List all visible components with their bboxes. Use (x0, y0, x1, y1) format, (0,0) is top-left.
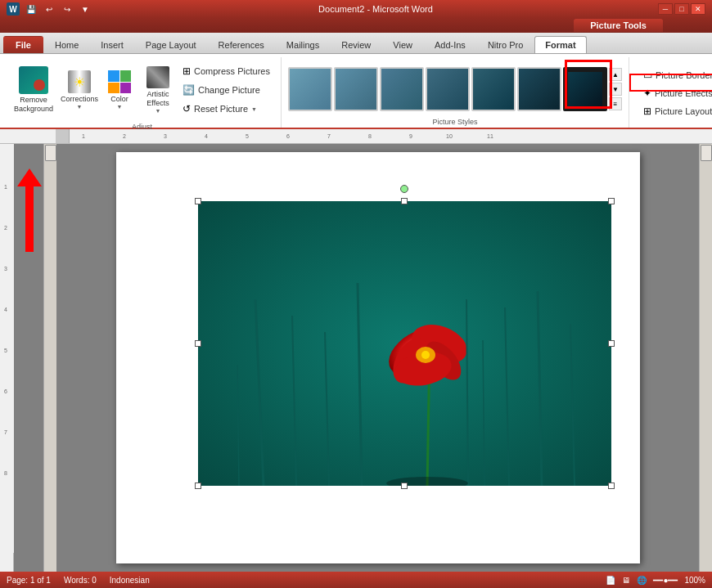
picture-layout-button[interactable]: ⊞ Picture Layout ▼ (639, 103, 712, 119)
handle-rotate[interactable] (400, 185, 408, 193)
view-fullscreen-btn[interactable]: 🖥 (622, 576, 630, 585)
page-status: Page: 1 of 1 (7, 576, 51, 585)
customize-quick-btn[interactable]: ▼ (77, 2, 93, 16)
handle-middle-right[interactable] (608, 340, 615, 347)
corrections-button[interactable]: Corrections ▼ (59, 62, 100, 118)
tab-file[interactable]: File (3, 36, 43, 53)
undo-quick-btn[interactable]: ↩ (41, 2, 57, 16)
picture-border-icon: ▭ (643, 70, 652, 81)
handle-bottom-center[interactable] (401, 483, 408, 489)
compress-pictures-button[interactable]: ⊞ Compress Pictures (178, 62, 274, 80)
zoom-level: 100% (684, 576, 705, 585)
handle-top-center[interactable] (401, 198, 408, 204)
tab-page-layout[interactable]: Page Layout (135, 36, 207, 53)
left-area (14, 144, 56, 572)
change-picture-button[interactable]: 🔄 Change Picture (178, 81, 274, 99)
svg-text:6: 6 (4, 388, 7, 394)
change-picture-icon: 🔄 (183, 84, 195, 96)
tab-add-ins[interactable]: Add-Ins (424, 36, 476, 53)
tab-mailings[interactable]: Mailings (276, 36, 330, 53)
handle-top-left[interactable] (195, 198, 201, 204)
gallery-item-1[interactable] (288, 67, 332, 111)
remove-background-button[interactable]: RemoveBackground (10, 62, 57, 118)
close-btn[interactable]: ✕ (691, 3, 705, 15)
gallery-more[interactable]: ≡ (609, 97, 622, 110)
document-area: 1 2 3 4 5 6 7 8 (0, 144, 712, 572)
remove-bg-icon (19, 66, 48, 94)
gallery-item-2[interactable] (334, 67, 378, 111)
reset-picture-dropdown: ▼ (251, 106, 257, 112)
left-arrow-annotation (17, 168, 42, 252)
compress-icon: ⊞ (183, 65, 191, 77)
svg-text:5: 5 (246, 133, 249, 139)
vertical-scrollbar[interactable] (43, 144, 56, 572)
save-quick-btn[interactable]: 💾 (23, 2, 39, 16)
gallery-item-5[interactable] (471, 67, 516, 111)
picture-border-button[interactable]: ▭ Picture Border ▼ (639, 67, 712, 83)
remove-bg-label: RemoveBackground (14, 96, 53, 114)
redo-quick-btn[interactable]: ↪ (59, 2, 75, 16)
ribbon-group-adjust: RemoveBackground Corrections ▼ Color (3, 57, 282, 128)
tab-home[interactable]: Home (44, 36, 89, 53)
language-status: Indonesian (110, 576, 150, 585)
ruler-svg: 1 2 3 4 5 6 7 8 9 10 11 (70, 129, 712, 144)
artistic-effects-button[interactable]: ArtisticEffects ▼ (139, 62, 177, 118)
artistic-effects-dropdown: ▼ (155, 108, 161, 114)
reset-picture-icon: ↺ (183, 103, 191, 114)
gallery-scroll-up[interactable]: ▲ (609, 68, 622, 81)
tab-nitro-pro[interactable]: Nitro Pro (477, 36, 534, 53)
tab-review[interactable]: Review (331, 36, 381, 53)
quick-access-toolbar: 💾 ↩ ↪ ▼ (23, 2, 93, 16)
restore-btn[interactable]: □ (674, 3, 689, 15)
svg-text:3: 3 (164, 133, 167, 139)
svg-text:2: 2 (123, 133, 126, 139)
picture-effects-button[interactable]: ✦ Picture Effects ▼ (639, 85, 712, 101)
words-status: Words: 0 (64, 576, 97, 585)
ribbon: RemoveBackground Corrections ▼ Color (0, 54, 712, 129)
corrections-dropdown: ▼ (77, 104, 83, 110)
picture-layout-label: Picture Layout (655, 106, 712, 116)
tab-row: File Home Insert Page Layout References … (0, 33, 712, 54)
picture-layout-icon: ⊞ (643, 105, 651, 117)
window-title: Document2 - Microsoft Word (93, 4, 658, 14)
handle-top-right[interactable] (608, 198, 615, 204)
compress-label: Compress Pictures (194, 66, 270, 76)
handle-bottom-right[interactable] (608, 483, 615, 489)
ribbon-group-picture-effects: ▭ Picture Border ▼ ✦ Picture Effects ▼ ⊞… (629, 57, 712, 128)
gallery-item-3[interactable] (380, 67, 424, 111)
picture-styles-gallery (288, 67, 607, 111)
gallery-item-6[interactable] (517, 67, 561, 111)
tab-references[interactable]: References (208, 36, 275, 53)
gallery-scroll-down[interactable]: ▼ (609, 83, 622, 96)
svg-text:5: 5 (4, 348, 7, 353)
gallery-item-7[interactable] (563, 67, 607, 111)
zoom-slider[interactable]: ━━●━━ (653, 576, 678, 585)
tab-format[interactable]: Format (534, 36, 586, 53)
svg-point-37 (421, 351, 430, 359)
svg-text:1: 1 (82, 133, 85, 139)
tab-insert[interactable]: Insert (90, 36, 134, 53)
picture-styles-label: Picture Styles (432, 116, 477, 128)
minimize-btn[interactable]: ─ (658, 3, 673, 15)
gallery-item-4[interactable] (426, 67, 470, 111)
svg-text:10: 10 (446, 133, 453, 139)
svg-text:7: 7 (327, 133, 331, 139)
svg-text:8: 8 (4, 470, 7, 476)
teal-flower-image (198, 201, 611, 486)
svg-text:6: 6 (286, 133, 290, 139)
change-picture-label: Change Picture (198, 85, 260, 95)
window-controls: ─ □ ✕ (658, 3, 705, 15)
image-container[interactable] (198, 201, 611, 486)
view-web-btn[interactable]: 🌐 (637, 576, 647, 585)
handle-middle-left[interactable] (195, 340, 201, 347)
picture-effects-label: Picture Effects (655, 88, 712, 98)
color-button[interactable]: Color ▼ (101, 62, 137, 118)
artistic-effects-icon (146, 66, 169, 88)
view-print-btn[interactable]: 📄 (606, 576, 615, 585)
page-container (56, 144, 699, 572)
tab-view[interactable]: View (382, 36, 423, 53)
reset-picture-button[interactable]: ↺ Reset Picture ▼ (178, 100, 274, 118)
color-label: Color (110, 95, 128, 104)
handle-bottom-left[interactable] (195, 483, 201, 489)
right-scrollbar[interactable] (699, 144, 712, 572)
